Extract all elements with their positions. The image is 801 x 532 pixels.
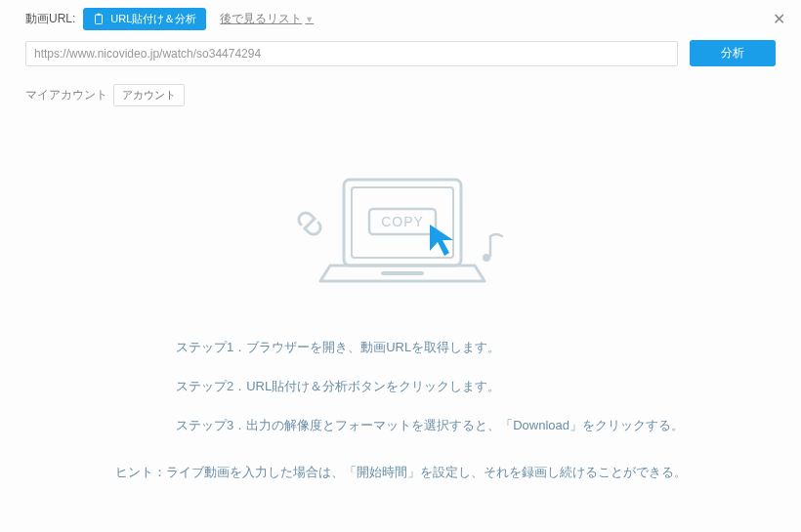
svg-rect-0 — [96, 15, 103, 24]
topbar: 動画URL: URL貼付け＆分析 後で見るリスト ▼ — [0, 0, 801, 34]
my-account-label: マイアカウント — [25, 87, 107, 103]
svg-rect-4 — [381, 271, 424, 275]
step-3: ステップ3．出力の解像度とフォーマットを選択すると、「Download」をクリッ… — [176, 417, 801, 434]
chevron-down-icon: ▼ — [305, 15, 314, 24]
svg-point-7 — [483, 254, 490, 262]
paste-analyze-label: URL貼付け＆分析 — [110, 12, 196, 26]
svg-text:COPY: COPY — [381, 214, 424, 229]
illustration: COPY — [0, 163, 801, 309]
laptop-copy-illustration: COPY — [283, 168, 518, 305]
watch-later-link[interactable]: 後で見るリスト ▼ — [220, 11, 314, 27]
close-button[interactable]: ✕ — [769, 6, 789, 32]
account-row: マイアカウント アカウント — [0, 76, 801, 114]
watch-later-label: 後で見るリスト — [220, 11, 302, 27]
step-2: ステップ2．URL貼付け＆分析ボタンをクリックします。 — [176, 378, 801, 395]
url-label: 動画URL: — [25, 11, 75, 27]
svg-rect-1 — [98, 14, 101, 16]
url-row: 分析 — [0, 34, 801, 76]
url-input[interactable] — [25, 41, 678, 66]
clipboard-icon — [93, 13, 105, 25]
account-button[interactable]: アカウント — [113, 84, 185, 106]
hint-text: ヒント：ライブ動画を入力した場合は、「開始時間」を設定し、それを録画し続けること… — [0, 464, 801, 481]
step-1: ステップ1．ブラウザーを開き、動画URLを取得します。 — [176, 339, 801, 356]
steps-list: ステップ1．ブラウザーを開き、動画URLを取得します。 ステップ2．URL貼付け… — [0, 339, 801, 434]
paste-analyze-button[interactable]: URL貼付け＆分析 — [83, 8, 206, 30]
close-icon: ✕ — [773, 11, 785, 27]
analyze-button[interactable]: 分析 — [690, 40, 776, 66]
